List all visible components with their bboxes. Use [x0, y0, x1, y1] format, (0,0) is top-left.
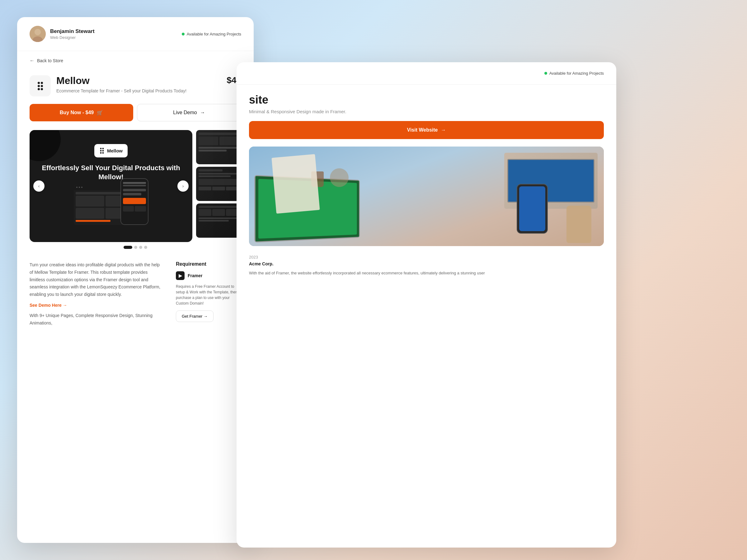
gallery-prev-button[interactable]: ‹ — [33, 181, 45, 192]
mellow-logo-dots — [38, 82, 43, 90]
gallery-logo-badge: Mellow — [94, 144, 128, 157]
gallery-logo-text: Mellow — [107, 148, 123, 153]
profile-name: Benjamin Stewart — [50, 28, 95, 34]
profile-info: Benjamin Stewart Web Designer — [30, 26, 95, 42]
buy-now-button[interactable]: Buy Now - $49 🛒 — [30, 104, 133, 121]
secondary-year: 2023 — [249, 255, 604, 260]
live-demo-button[interactable]: Live Demo → — [137, 104, 241, 121]
product-header: Mellow Ecommerce Template for Framer - S… — [17, 70, 254, 104]
product-subtitle: Ecommerce Template for Framer - Sell you… — [56, 88, 186, 94]
svg-point-3 — [34, 29, 41, 35]
secondary-status-dot — [544, 72, 547, 75]
gallery-main-image: ‹ › Mellow Effortlessly Sell Your Digita… — [30, 130, 192, 242]
profile-header: Benjamin Stewart Web Designer Available … — [17, 17, 254, 51]
requirement-item: ▶ Framer — [176, 271, 241, 280]
visit-website-button[interactable]: Visit Website → — [249, 121, 604, 139]
workspace-image — [249, 146, 604, 246]
description-text-1: Turn your creative ideas into profitable… — [30, 261, 163, 298]
profile-role: Web Designer — [50, 35, 95, 40]
get-framer-label: Get Framer → — [182, 314, 208, 319]
secondary-company: Acme Corp. — [249, 261, 604, 266]
gallery-dot-4[interactable] — [144, 246, 147, 249]
desk-scene — [249, 146, 604, 246]
product-description-section: Turn your creative ideas into profitable… — [17, 252, 254, 333]
secondary-availability-status: Available for Amazing Projects — [544, 71, 604, 76]
product-logo-area: Mellow Ecommerce Template for Framer - S… — [30, 75, 186, 97]
product-gallery: ‹ › Mellow Effortlessly Sell Your Digita… — [17, 130, 254, 242]
back-to-store-label: Back to Store — [37, 58, 63, 63]
description-text-2: With 9+ Unique Pages, Complete Responsiv… — [30, 312, 163, 327]
visit-website-label: Visit Website — [407, 127, 438, 133]
requirement-name: Framer — [188, 273, 202, 278]
secondary-product-card: Available for Amazing Projects site Mini… — [236, 62, 616, 548]
gallery-dots — [17, 242, 254, 252]
arrow-right-icon: → — [200, 110, 205, 115]
gallery-thumb-1[interactable] — [196, 130, 241, 164]
status-text: Available for Amazing Projects — [187, 32, 241, 36]
secondary-status-text: Available for Amazing Projects — [549, 71, 604, 76]
gallery-thumb-3[interactable] — [196, 204, 241, 238]
availability-status: Available for Amazing Projects — [182, 32, 241, 36]
gallery-thumbnails — [196, 130, 241, 242]
requirement-description: Requires a Free Framer Account to setup … — [176, 284, 241, 306]
get-framer-button[interactable]: Get Framer → — [176, 311, 213, 322]
gallery-next-button[interactable]: › — [177, 181, 189, 192]
secondary-content: site Minimal & Responsive Design made in… — [236, 85, 616, 285]
see-demo-link[interactable]: See Demo Here → — [30, 303, 163, 308]
product-description-left: Turn your creative ideas into profitable… — [30, 261, 163, 327]
requirement-title: Requirement — [176, 261, 241, 267]
secondary-site-subtitle: Minimal & Responsive Design made in Fram… — [249, 109, 604, 114]
secondary-site-title: site — [249, 93, 604, 106]
avatar — [30, 26, 46, 42]
gallery-dot-2[interactable] — [134, 246, 137, 249]
main-product-card: Benjamin Stewart Web Designer Available … — [17, 17, 254, 543]
requirement-section: Requirement ▶ Framer Requires a Free Fra… — [176, 261, 241, 327]
see-demo-label: See Demo Here → — [30, 303, 67, 308]
visit-arrow-icon: → — [441, 127, 446, 133]
gallery-dot-1[interactable] — [124, 246, 132, 249]
product-logo — [30, 75, 51, 97]
action-buttons: Buy Now - $49 🛒 Live Demo → — [17, 104, 254, 130]
gallery-dot-3[interactable] — [139, 246, 142, 249]
live-demo-label: Live Demo — [173, 110, 197, 115]
buy-now-label: Buy Now - $49 — [60, 110, 94, 115]
framer-icon: ▶ — [176, 271, 185, 280]
gallery-thumb-2[interactable] — [196, 167, 241, 201]
back-arrow-icon: ← — [30, 58, 34, 63]
status-dot — [182, 33, 185, 35]
product-title: Mellow — [56, 75, 186, 86]
site-title-text: site — [249, 93, 268, 106]
gallery-main-title: Effortlessly Sell Your Digital Products … — [36, 164, 186, 181]
cart-icon: 🛒 — [97, 110, 103, 116]
back-to-store-link[interactable]: ← Back to Store — [17, 51, 254, 70]
secondary-header: Available for Amazing Projects — [236, 62, 616, 85]
secondary-description: With the aid of Framer, the website effo… — [249, 270, 604, 276]
